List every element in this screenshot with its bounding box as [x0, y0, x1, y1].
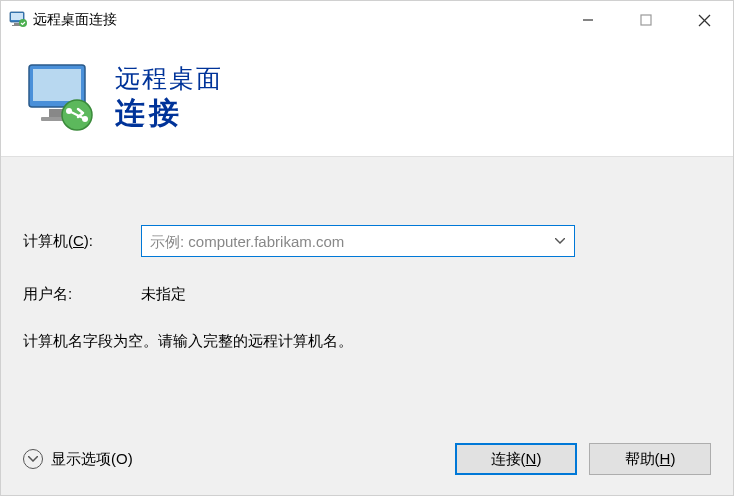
chevron-down-circle-icon — [23, 449, 43, 469]
close-button[interactable] — [675, 1, 733, 39]
app-icon — [9, 11, 27, 29]
maximize-button[interactable] — [617, 1, 675, 39]
computer-label: 计算机(C): — [23, 232, 141, 251]
username-row: 用户名: 未指定 — [23, 285, 711, 304]
username-value: 未指定 — [141, 285, 186, 304]
computer-input[interactable] — [150, 233, 546, 250]
header-line2: 连接 — [115, 93, 223, 134]
rdp-large-icon — [23, 61, 97, 135]
window-title: 远程桌面连接 — [33, 11, 117, 29]
titlebar: 远程桌面连接 — [1, 1, 733, 39]
minimize-button[interactable] — [559, 1, 617, 39]
svg-rect-6 — [641, 15, 651, 25]
footer-buttons: 连接(N) 帮助(H) — [455, 443, 711, 475]
footer: 显示选项(O) 连接(N) 帮助(H) — [23, 443, 711, 475]
computer-combobox[interactable] — [141, 225, 575, 257]
connect-button[interactable]: 连接(N) — [455, 443, 577, 475]
svg-point-4 — [19, 19, 27, 27]
chevron-down-icon[interactable] — [546, 226, 574, 256]
username-label: 用户名: — [23, 285, 141, 304]
window-controls — [559, 1, 733, 39]
help-button[interactable]: 帮助(H) — [589, 443, 711, 475]
header: 远程桌面 连接 — [1, 39, 733, 157]
rdp-window: 远程桌面连接 — [0, 0, 734, 496]
show-options-toggle[interactable]: 显示选项(O) — [23, 449, 133, 469]
svg-rect-1 — [11, 13, 23, 20]
options-label: 显示选项(O) — [51, 450, 133, 469]
body: 计算机(C): 用户名: 未指定 计算机名字段为空。请输入完整的远程计算机名。 … — [1, 157, 733, 495]
computer-row: 计算机(C): — [23, 225, 711, 257]
header-text: 远程桌面 连接 — [115, 62, 223, 134]
svg-rect-10 — [33, 69, 81, 101]
header-line1: 远程桌面 — [115, 62, 223, 95]
hint-text: 计算机名字段为空。请输入完整的远程计算机名。 — [23, 332, 711, 351]
